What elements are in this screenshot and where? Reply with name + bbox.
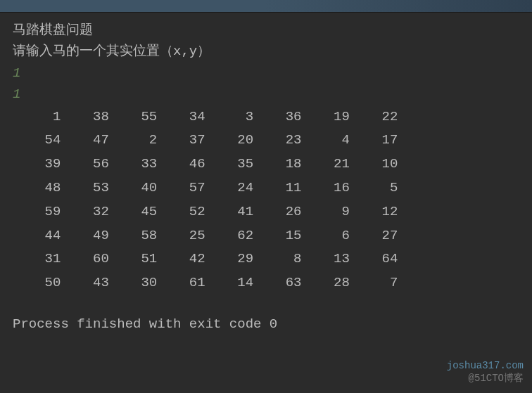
watermark: joshua317.com @51CTO博客 <box>447 359 524 385</box>
user-input-x: 1 <box>13 63 532 84</box>
blank-line <box>13 295 532 307</box>
board-row-3: 48 53 40 57 24 11 16 5 <box>13 176 532 200</box>
title-bar <box>0 0 532 13</box>
board-row-7: 50 43 30 61 14 63 28 7 <box>13 271 532 295</box>
input-prompt: 请输入马的一个其实位置（x,y） <box>13 41 532 62</box>
watermark-blog: @51CTO博客 <box>447 372 524 385</box>
board-row-6: 31 60 51 42 29 8 13 64 <box>13 247 532 271</box>
board-row-1: 54 47 2 37 20 23 4 17 <box>13 129 532 153</box>
board-row-4: 59 32 45 52 41 26 9 12 <box>13 200 532 224</box>
board-row-2: 39 56 33 46 35 18 21 10 <box>13 153 532 176</box>
exit-message: Process finished with exit code 0 <box>13 314 532 335</box>
board-row-0: 1 38 55 34 3 36 19 22 <box>13 105 532 129</box>
console-output: 马踏棋盘问题 请输入马的一个其实位置（x,y） 1 1 1 38 55 34 3… <box>0 13 532 335</box>
board-row-5: 44 49 58 25 62 15 6 27 <box>13 224 532 248</box>
watermark-site: joshua317.com <box>447 359 524 372</box>
program-title: 马踏棋盘问题 <box>13 20 532 41</box>
user-input-y: 1 <box>13 84 532 105</box>
